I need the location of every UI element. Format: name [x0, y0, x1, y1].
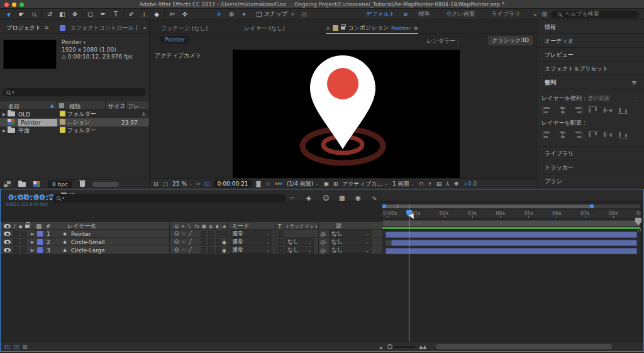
quality-toggle[interactable]: ╱	[189, 238, 192, 246]
panel-menu-icon[interactable]: ≡	[44, 25, 49, 31]
item-name[interactable]: OLD	[18, 111, 57, 118]
preserve-transparency-cell[interactable]	[278, 238, 284, 246]
panel-align-header[interactable]: 整列 ≡	[536, 76, 644, 89]
panel-section-エフェクト＆プリセット[interactable]: エフェクト＆プリセット	[536, 62, 644, 76]
navigator-start-handle[interactable]	[382, 205, 386, 208]
parent-pickwhip-icon[interactable]: @	[320, 230, 326, 238]
preserve-transparency-cell[interactable]	[278, 230, 284, 238]
lock-toggle-cell[interactable]	[21, 246, 26, 254]
time-ruler[interactable]: 0:00s01s02s03s04s05s06s07s08s0:	[382, 210, 640, 219]
preview-time-field[interactable]: 0:00:00:21	[214, 180, 251, 188]
composition-viewport[interactable]	[233, 50, 460, 178]
parent-pickwhip-icon[interactable]: @	[320, 238, 326, 246]
label-chip[interactable]	[57, 127, 67, 134]
reset-exposure-icon[interactable]: ❋	[454, 181, 459, 187]
pixel-aspect-correction-icon[interactable]: ⊓	[419, 181, 423, 187]
flowchart-button-icon[interactable]: ⅄	[446, 181, 450, 187]
zoom-tool[interactable]	[28, 9, 40, 20]
expander-icon[interactable]: ▶	[0, 128, 8, 133]
draft-3d-icon[interactable]: ◈	[306, 194, 311, 201]
quality-toggle[interactable]: ╱	[189, 230, 192, 238]
tab-layer[interactable]: レイヤー (なし)	[244, 23, 285, 35]
distribute-t-button[interactable]	[588, 131, 597, 138]
layer-label-chip[interactable]	[37, 238, 43, 246]
blend-mode-select[interactable]: 通常⌄	[230, 246, 272, 254]
audio-toggle-cell[interactable]	[13, 246, 19, 254]
lock-icon[interactable]	[341, 26, 345, 30]
pen-tool[interactable]: ✒	[97, 9, 109, 20]
time-navigator-visible-region[interactable]	[382, 205, 594, 208]
label-chip[interactable]	[57, 119, 67, 126]
distribute-cx-button[interactable]	[558, 131, 567, 138]
expander-icon[interactable]: ▶	[0, 112, 8, 117]
panel-section-情報[interactable]: 情報	[536, 20, 644, 34]
view-axis-mode[interactable]: ⌖	[238, 9, 250, 20]
layer-name[interactable]: Circle-Large	[71, 246, 105, 254]
brush-tool[interactable]: ✐	[125, 9, 138, 20]
align-b-button[interactable]	[618, 106, 628, 114]
lock-toggle-cell[interactable]	[21, 238, 26, 246]
align-cx-button[interactable]	[558, 106, 567, 114]
layer-duration-bar[interactable]	[386, 232, 637, 238]
delete-item-icon[interactable]	[80, 181, 85, 187]
interpret-footage-icon[interactable]	[4, 181, 11, 187]
label-column-icon[interactable]	[59, 103, 64, 108]
layer-visibility-toggle[interactable]	[4, 230, 11, 238]
timeline-search-input[interactable]: ▾	[52, 194, 286, 203]
layer-label-chip[interactable]	[37, 230, 43, 238]
item-name[interactable]: 平面	[18, 126, 57, 135]
renderer-button[interactable]: クラシック3D	[487, 35, 533, 46]
audio-toggle-cell[interactable]	[13, 238, 19, 246]
blend-mode-select[interactable]: 通常⌄	[230, 247, 272, 254]
switch-cell[interactable]	[201, 238, 206, 246]
layer-name[interactable]: Pointer	[71, 230, 91, 238]
magnification-select[interactable]: 25 %⌄	[172, 181, 192, 187]
safe-guides-icon[interactable]: ⌗	[197, 181, 200, 188]
playhead-line[interactable]	[409, 204, 409, 341]
quality-toggle[interactable]: ╱	[189, 246, 192, 254]
frame-blending-icon[interactable]: ▩	[339, 194, 345, 201]
workspace-tab-1[interactable]: 標準	[419, 10, 430, 18]
parent-select[interactable]: なし⌄	[329, 247, 372, 254]
timeline-zoom-slider[interactable]	[386, 346, 415, 348]
collapse-toggle[interactable]: ✳	[182, 230, 186, 238]
switch-cell[interactable]	[216, 238, 221, 246]
panel-overflow-icon[interactable]: »	[143, 25, 147, 31]
switch-cell[interactable]	[216, 230, 221, 238]
layer-expander[interactable]: ▶	[31, 246, 34, 254]
shape-tool[interactable]: ○	[84, 9, 97, 20]
switch-cell[interactable]	[201, 246, 206, 254]
switch-cell[interactable]	[208, 238, 214, 246]
distribute-l-button[interactable]	[543, 131, 552, 138]
layer-row[interactable]: ▶3★Circle-Large☺✳╱◈通常⌄なし⌄@なし⌄	[1, 246, 382, 254]
distribute-cy-button[interactable]	[603, 131, 613, 138]
expand-transfer-controls-icon[interactable]: ◳	[14, 344, 19, 350]
comp-button-icon[interactable]: ❏	[637, 227, 641, 232]
project-scrollbar[interactable]	[92, 182, 119, 187]
layer-expander[interactable]: ▶	[31, 238, 34, 246]
layer-name[interactable]: Circle-Small	[71, 238, 105, 246]
project-row[interactable]: ▶OLDフォルダー⅄	[0, 110, 149, 118]
expand-in-out-panes-icon[interactable]: ◰	[4, 344, 10, 350]
fast-previews-icon[interactable]: ⚡	[428, 181, 431, 187]
clone-stamp-tool[interactable]: ⊥	[138, 9, 150, 20]
label-chip[interactable]	[60, 119, 65, 125]
layer-visibility-toggle[interactable]	[4, 238, 11, 246]
distribute-b-button[interactable]	[618, 131, 628, 138]
primary-viewer-icon[interactable]: ▢	[163, 181, 169, 187]
local-axis-mode[interactable]: ✛	[213, 9, 225, 20]
zoom-slider-handle[interactable]	[387, 344, 392, 349]
project-bit-depth-button[interactable]: 8 bpc	[48, 181, 72, 188]
region-of-interest-icon[interactable]: ◱	[204, 181, 210, 187]
workspace-overflow-button[interactable]: »	[533, 11, 537, 18]
hide-shy-layers-icon[interactable]: ☺	[323, 194, 329, 201]
align-t-button[interactable]	[588, 106, 597, 114]
workspace-tab-2[interactable]: 小さい画面	[447, 10, 475, 18]
label-chip[interactable]	[60, 127, 65, 133]
switch-cell[interactable]	[208, 230, 214, 238]
shy-toggle[interactable]: ☺	[174, 230, 179, 238]
distribute-r-button[interactable]	[573, 131, 582, 138]
expand-layer-switches-icon[interactable]: ⊞	[23, 344, 28, 350]
comp-navigator-crumb[interactable]: Pointer	[160, 36, 189, 43]
trkmat-select[interactable]: なし⌄	[285, 238, 314, 245]
